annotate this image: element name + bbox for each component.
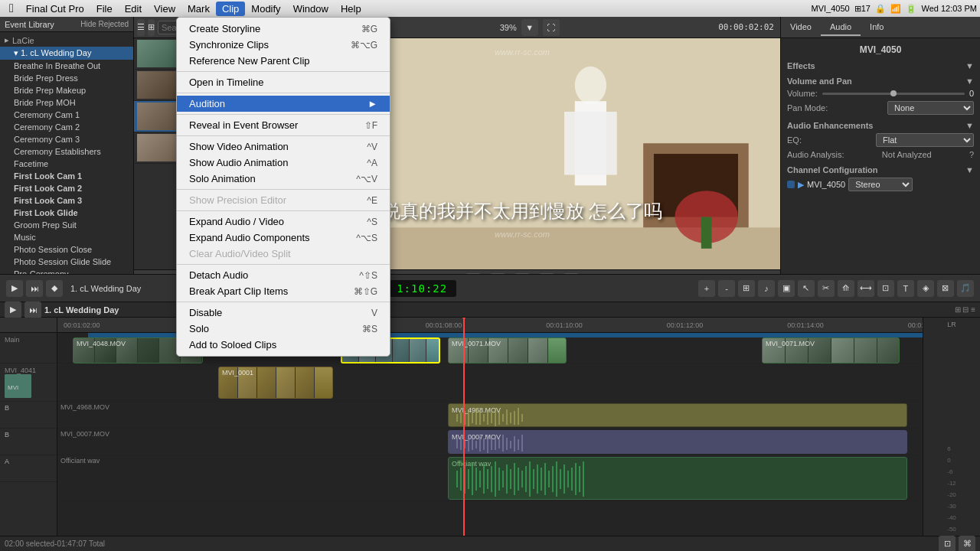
menu-create-storyline[interactable]: Create Storyline ⌘G xyxy=(177,21,390,37)
menu-synchronize-clips[interactable]: Synchronize Clips ⌘⌥G xyxy=(177,37,390,53)
event-library-title: Event Library xyxy=(5,20,54,29)
sidebar-item-ceremony-cam3[interactable]: Ceremony Cam 3 xyxy=(0,133,133,145)
clips-view-list[interactable]: ☰ xyxy=(137,19,145,36)
menubar-edit[interactable]: Edit xyxy=(119,2,148,16)
add-marker-btn[interactable]: ◆ xyxy=(46,280,63,297)
sidebar-item-firstlook-cam3[interactable]: First Look Cam 3 xyxy=(0,194,133,207)
svg-rect-70 xyxy=(502,471,504,487)
svg-rect-71 xyxy=(506,465,508,494)
menu-disable[interactable]: Disable V xyxy=(177,305,390,321)
menu-clear-audio-video-split: Clear Audio/Video Split xyxy=(177,246,390,262)
svg-rect-79 xyxy=(537,465,538,494)
timeline-skip-btn[interactable]: ⏭ xyxy=(24,302,41,318)
menu-break-apart-clip[interactable]: Break Apart Clip Items ⌘⇧G xyxy=(177,283,390,299)
svg-rect-23 xyxy=(475,408,477,425)
track-labels: Main MVI_4041 MVI B B A xyxy=(0,318,57,536)
pan-mode-select[interactable]: None Stereo Left/Right Surround xyxy=(887,101,974,115)
timeline-cmd-btn[interactable]: ⌘ xyxy=(959,536,975,552)
clip-officiant-wav[interactable]: Officiant wav xyxy=(448,457,907,500)
channel-checkbox[interactable] xyxy=(787,181,795,188)
menubar-window[interactable]: Window xyxy=(287,2,335,16)
zoom-out-btn[interactable]: - xyxy=(718,280,735,297)
sidebar-item-photo-close[interactable]: Photo Session Close xyxy=(0,243,133,256)
sidebar-item-music[interactable]: Music xyxy=(0,231,133,243)
menu-show-video-animation[interactable]: Show Video Animation ^V xyxy=(177,139,390,155)
menu-reference-parent[interactable]: Reference New Parent Clip xyxy=(177,53,390,69)
tool-select-btn[interactable]: ↖ xyxy=(798,280,815,297)
menubar-modify[interactable]: Modify xyxy=(245,2,286,16)
menubar-file[interactable]: File xyxy=(90,2,119,16)
menu-show-audio-animation[interactable]: Show Audio Animation ^A xyxy=(177,155,390,171)
volume-slider[interactable] xyxy=(822,93,965,95)
video-btn[interactable]: ▣ xyxy=(778,280,795,297)
analysis-help-icon[interactable]: ? xyxy=(969,150,974,159)
sidebar-item-ceremony-cam2[interactable]: Ceremony Cam 2 xyxy=(0,121,133,133)
menu-solo-animation[interactable]: Solo Animation ^⌥V xyxy=(177,171,390,187)
sidebar-item-bride-prep-makeup[interactable]: Bride Prep Makeup xyxy=(0,84,133,96)
menu-audition[interactable]: Audition ► xyxy=(177,96,390,112)
timeline-play-btn[interactable]: ▶ xyxy=(5,302,21,318)
timeline-view-options[interactable]: ⊞ ⊟ ≡ xyxy=(955,305,975,314)
view-options-btn[interactable]: ⊞ xyxy=(738,280,755,297)
sidebar-item-groom-prep[interactable]: Groom Prep Suit xyxy=(0,219,133,231)
tab-video[interactable]: Video xyxy=(781,19,821,36)
text-btn[interactable]: T xyxy=(897,280,914,297)
sidebar-item-ceremony-cam1[interactable]: Ceremony Cam 1 xyxy=(0,109,133,121)
playhead[interactable] xyxy=(463,318,465,536)
tab-info[interactable]: Info xyxy=(861,19,893,36)
menubar-clip[interactable]: Clip xyxy=(216,2,245,16)
trim-btn[interactable]: ⟷ xyxy=(858,280,874,297)
app-menu[interactable]:  xyxy=(3,2,20,15)
menubar-view[interactable]: View xyxy=(148,2,181,16)
menu-open-in-timeline[interactable]: Open in Timeline xyxy=(177,74,390,90)
eq-select[interactable]: Flat Voice Enhancement xyxy=(876,133,974,147)
menu-detach-audio[interactable]: Detach Audio ^⇧S xyxy=(177,267,390,283)
menu-solo[interactable]: Solo ⌘S xyxy=(177,321,390,337)
tab-audio[interactable]: Audio xyxy=(821,19,861,36)
menu-separator-4 xyxy=(177,135,390,136)
audio-btn[interactable]: ♪ xyxy=(758,280,775,297)
audio-effect-btn[interactable]: 🎵 xyxy=(957,280,974,297)
hide-rejected-label[interactable]: Hide Rejected xyxy=(80,20,129,28)
menu-reveal-event-browser[interactable]: Reveal in Event Browser ⇧F xyxy=(177,117,390,133)
sidebar-item-bride-prep-moh[interactable]: Bride Prep MOH xyxy=(0,96,133,109)
crop-btn[interactable]: ⊡ xyxy=(877,280,894,297)
inspector-effects-title: Effects ▼ xyxy=(787,61,974,70)
transform-btn[interactable]: ⟰ xyxy=(838,280,854,297)
sidebar-item-breathe[interactable]: Breathe In Breathe Out xyxy=(0,60,133,72)
menubar-mark[interactable]: Mark xyxy=(181,2,216,16)
clip-mvi0007[interactable]: MVI_0007.MOV xyxy=(448,430,907,454)
zoom-in-btn[interactable]: + xyxy=(698,280,715,297)
preview-zoom-btn[interactable]: ▼ xyxy=(521,19,538,36)
clip-mvi4968[interactable]: MVI_4968.MOV xyxy=(448,403,907,427)
sidebar-item-ceremony-est[interactable]: Ceremony Establishers xyxy=(0,145,133,158)
sidebar-item-firstlook-glide[interactable]: First Look Glide xyxy=(0,207,133,219)
sidebar-item-bride-prep-dress[interactable]: Bride Prep Dress xyxy=(0,72,133,84)
menu-separator-8 xyxy=(177,302,390,302)
sidebar-item-lacie[interactable]: ▸ LaCie xyxy=(0,34,133,47)
sidebar-item-firstlook-cam1[interactable]: First Look Cam 1 xyxy=(0,170,133,182)
skip-btn[interactable]: ⏭ xyxy=(26,280,43,297)
sidebar-item-wedding-day[interactable]: ▾ 1. cL Wedding Day xyxy=(0,47,133,60)
clip-mvi0071b[interactable]: MVI_0071.MOV xyxy=(762,337,900,364)
clips-view-grid[interactable]: ⊞ xyxy=(148,19,155,36)
menu-expand-audio-components[interactable]: Expand Audio Components ^⌥S xyxy=(177,230,390,246)
menubar-help[interactable]: Help xyxy=(335,2,368,16)
track4-label: MVI_0007.MOV xyxy=(60,430,109,438)
menu-expand-audio-video[interactable]: Expand Audio / Video ^S xyxy=(177,214,390,230)
preview-fullscreen-btn[interactable]: ⛶ xyxy=(543,19,560,36)
svg-rect-72 xyxy=(510,469,511,489)
blade-btn[interactable]: ✂ xyxy=(818,280,835,297)
sidebar-item-facetime[interactable]: Facetime xyxy=(0,158,133,170)
generator-btn[interactable]: ◈ xyxy=(917,280,934,297)
channel-mode-select[interactable]: Stereo Mono Dual Mono xyxy=(848,178,913,191)
clip-mvi0001[interactable]: MVI_0001 xyxy=(218,367,333,399)
sidebar-item-firstlook-cam2[interactable]: First Look Cam 2 xyxy=(0,182,133,194)
transition-btn[interactable]: ⊠ xyxy=(937,280,954,297)
menu-add-to-soloed[interactable]: Add to Soloed Clips xyxy=(177,337,390,353)
sidebar-item-photo-glide[interactable]: Photo Session Glide Slide xyxy=(0,256,133,268)
menubar-finalcutpro[interactable]: Final Cut Pro xyxy=(20,2,90,16)
play-btn[interactable]: ▶ xyxy=(6,280,23,297)
timeline-zoom-fit[interactable]: ⊡ xyxy=(939,536,956,552)
clip-mvi0071a[interactable]: MVI_0071.MOV xyxy=(448,337,567,364)
